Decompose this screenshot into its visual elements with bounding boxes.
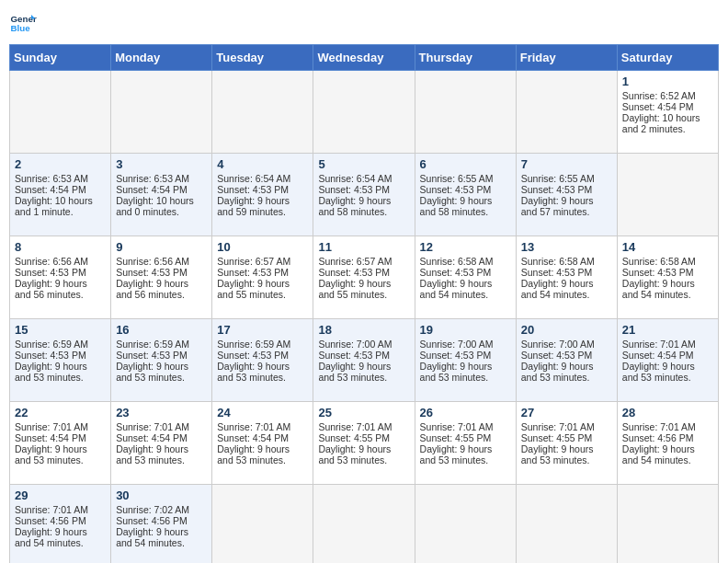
calendar-day-cell: 24Sunrise: 7:01 AMSunset: 4:54 PMDayligh…: [212, 402, 313, 485]
sunset-text: Sunset: 4:56 PM: [622, 432, 694, 443]
calendar-day-cell: 9Sunrise: 6:56 AMSunset: 4:53 PMDaylight…: [111, 236, 212, 319]
day-number: 10: [217, 240, 308, 254]
calendar-day-cell: 30Sunrise: 7:02 AMSunset: 4:56 PMDayligh…: [111, 485, 212, 564]
day-number: 28: [622, 406, 713, 419]
sunrise-text: Sunrise: 7:01 AM: [318, 421, 392, 432]
daylight-text: Daylight: 9 hours and 53 minutes.: [420, 361, 493, 383]
calendar-day-header: Tuesday: [212, 45, 313, 71]
sunset-text: Sunset: 4:56 PM: [15, 515, 86, 526]
sunrise-text: Sunrise: 6:54 AM: [217, 173, 290, 184]
calendar-day-cell: 29Sunrise: 7:01 AMSunset: 4:56 PMDayligh…: [10, 485, 111, 564]
day-number: 5: [318, 157, 409, 171]
calendar-day-cell: 21Sunrise: 7:01 AMSunset: 4:54 PMDayligh…: [617, 319, 718, 402]
svg-text:Blue: Blue: [11, 23, 31, 33]
daylight-text: Daylight: 9 hours and 53 minutes.: [15, 443, 87, 465]
daylight-text: Daylight: 9 hours and 56 minutes.: [15, 278, 87, 300]
sunrise-text: Sunrise: 6:58 AM: [420, 256, 494, 267]
sunrise-text: Sunrise: 6:59 AM: [15, 339, 88, 350]
day-number: 25: [318, 406, 409, 419]
sunset-text: Sunset: 4:53 PM: [521, 184, 593, 195]
sunset-text: Sunset: 4:55 PM: [318, 432, 390, 443]
day-number: 3: [116, 157, 207, 171]
calendar-day-cell: [617, 485, 718, 564]
calendar-day-header: Thursday: [415, 45, 516, 71]
calendar-day-cell: 6Sunrise: 6:55 AMSunset: 4:53 PMDaylight…: [415, 154, 516, 236]
sunset-text: Sunset: 4:54 PM: [116, 432, 188, 443]
calendar-day-cell: 12Sunrise: 6:58 AMSunset: 4:53 PMDayligh…: [415, 236, 516, 319]
calendar-day-cell: 11Sunrise: 6:57 AMSunset: 4:53 PMDayligh…: [313, 236, 415, 319]
daylight-text: Daylight: 9 hours and 53 minutes.: [521, 443, 594, 465]
daylight-text: Daylight: 9 hours and 54 minutes.: [521, 278, 594, 300]
calendar-day-header: Wednesday: [313, 45, 415, 71]
day-number: 21: [622, 323, 713, 337]
daylight-text: Daylight: 9 hours and 54 minutes.: [622, 278, 695, 300]
sunrise-text: Sunrise: 6:55 AM: [420, 173, 494, 184]
calendar-day-cell: [212, 485, 313, 564]
sunrise-text: Sunrise: 7:00 AM: [318, 339, 392, 350]
day-number: 9: [116, 240, 207, 254]
calendar-day-cell: 18Sunrise: 7:00 AMSunset: 4:53 PMDayligh…: [313, 319, 415, 402]
sunrise-text: Sunrise: 6:54 AM: [318, 173, 392, 184]
daylight-text: Daylight: 9 hours and 59 minutes.: [217, 195, 290, 217]
sunrise-text: Sunrise: 6:58 AM: [622, 256, 696, 267]
daylight-text: Daylight: 9 hours and 54 minutes.: [116, 526, 188, 548]
calendar-day-cell: 16Sunrise: 6:59 AMSunset: 4:53 PMDayligh…: [111, 319, 212, 402]
day-number: 27: [521, 406, 612, 419]
sunrise-text: Sunrise: 6:56 AM: [15, 256, 88, 267]
daylight-text: Daylight: 10 hours and 0 minutes.: [116, 195, 194, 217]
day-number: 18: [318, 323, 409, 337]
daylight-text: Daylight: 9 hours and 53 minutes.: [217, 443, 290, 465]
calendar-week-row: 2Sunrise: 6:53 AMSunset: 4:54 PMDaylight…: [10, 154, 719, 236]
daylight-text: Daylight: 9 hours and 54 minutes.: [622, 443, 695, 465]
calendar-day-cell: 5Sunrise: 6:54 AMSunset: 4:53 PMDaylight…: [313, 154, 415, 236]
daylight-text: Daylight: 9 hours and 56 minutes.: [116, 278, 188, 300]
calendar-day-header: Saturday: [617, 45, 718, 71]
sunset-text: Sunset: 4:55 PM: [521, 432, 593, 443]
calendar-day-cell: 20Sunrise: 7:00 AMSunset: 4:53 PMDayligh…: [516, 319, 617, 402]
calendar-day-cell: [111, 71, 212, 154]
sunset-text: Sunset: 4:53 PM: [217, 184, 289, 195]
calendar-day-cell: 26Sunrise: 7:01 AMSunset: 4:55 PMDayligh…: [415, 402, 516, 485]
day-number: 17: [217, 323, 308, 337]
sunrise-text: Sunrise: 7:02 AM: [116, 504, 189, 515]
daylight-text: Daylight: 9 hours and 55 minutes.: [217, 278, 290, 300]
daylight-text: Daylight: 10 hours and 2 minutes.: [622, 112, 700, 134]
sunset-text: Sunset: 4:56 PM: [116, 515, 188, 526]
calendar-day-header: Friday: [516, 45, 617, 71]
sunset-text: Sunset: 4:54 PM: [116, 184, 188, 195]
calendar-day-cell: 7Sunrise: 6:55 AMSunset: 4:53 PMDaylight…: [516, 154, 617, 236]
sunrise-text: Sunrise: 7:01 AM: [15, 421, 88, 432]
daylight-text: Daylight: 10 hours and 1 minute.: [15, 195, 93, 217]
calendar-day-cell: 13Sunrise: 6:58 AMSunset: 4:53 PMDayligh…: [516, 236, 617, 319]
sunrise-text: Sunrise: 6:52 AM: [622, 90, 696, 101]
calendar-day-cell: 23Sunrise: 7:01 AMSunset: 4:54 PMDayligh…: [111, 402, 212, 485]
calendar-day-cell: 25Sunrise: 7:01 AMSunset: 4:55 PMDayligh…: [313, 402, 415, 485]
calendar-day-cell: 28Sunrise: 7:01 AMSunset: 4:56 PMDayligh…: [617, 402, 718, 485]
day-number: 8: [15, 240, 106, 254]
calendar-day-cell: 10Sunrise: 6:57 AMSunset: 4:53 PMDayligh…: [212, 236, 313, 319]
day-number: 12: [420, 240, 511, 254]
calendar-day-cell: 1Sunrise: 6:52 AMSunset: 4:54 PMDaylight…: [617, 71, 718, 154]
daylight-text: Daylight: 9 hours and 53 minutes.: [116, 443, 188, 465]
calendar-day-cell: 8Sunrise: 6:56 AMSunset: 4:53 PMDaylight…: [10, 236, 111, 319]
calendar-week-row: 15Sunrise: 6:59 AMSunset: 4:53 PMDayligh…: [10, 319, 719, 402]
sunset-text: Sunset: 4:54 PM: [622, 350, 694, 361]
day-number: 20: [521, 323, 612, 337]
calendar-day-cell: 2Sunrise: 6:53 AMSunset: 4:54 PMDaylight…: [10, 154, 111, 236]
day-number: 14: [622, 240, 713, 254]
daylight-text: Daylight: 9 hours and 57 minutes.: [521, 195, 594, 217]
daylight-text: Daylight: 9 hours and 53 minutes.: [217, 361, 290, 383]
calendar-day-cell: 14Sunrise: 6:58 AMSunset: 4:53 PMDayligh…: [617, 236, 718, 319]
sunset-text: Sunset: 4:53 PM: [420, 350, 492, 361]
sunrise-text: Sunrise: 7:01 AM: [420, 421, 494, 432]
daylight-text: Daylight: 9 hours and 53 minutes.: [318, 443, 391, 465]
sunset-text: Sunset: 4:54 PM: [217, 432, 289, 443]
daylight-text: Daylight: 9 hours and 53 minutes.: [622, 361, 695, 383]
calendar-week-row: 22Sunrise: 7:01 AMSunset: 4:54 PMDayligh…: [10, 402, 719, 485]
sunset-text: Sunset: 4:53 PM: [15, 350, 86, 361]
day-number: 7: [521, 157, 612, 171]
day-number: 13: [521, 240, 612, 254]
day-number: 22: [15, 406, 106, 419]
calendar-week-row: 8Sunrise: 6:56 AMSunset: 4:53 PMDaylight…: [10, 236, 719, 319]
calendar-header-row: SundayMondayTuesdayWednesdayThursdayFrid…: [10, 45, 719, 71]
